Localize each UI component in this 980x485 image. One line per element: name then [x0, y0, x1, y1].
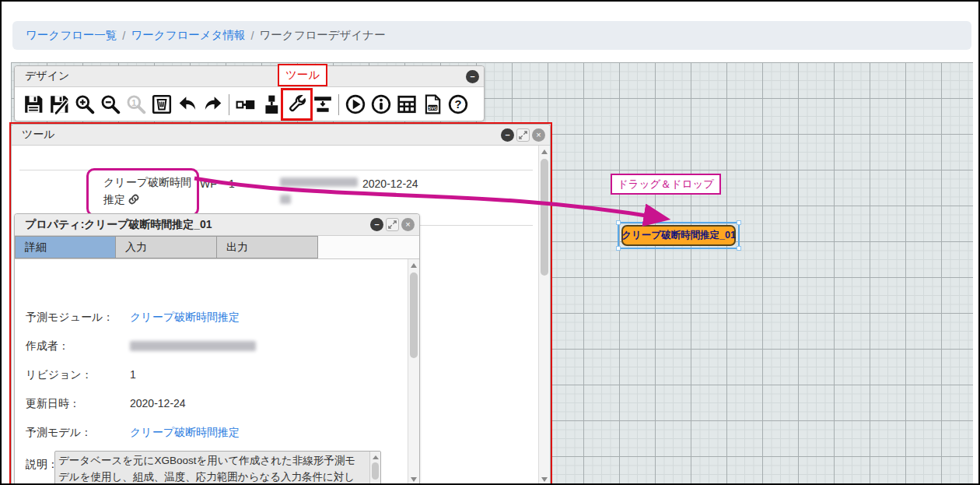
workflow-node[interactable]: クリープ破断時間推定_01	[621, 225, 736, 246]
property-field-row: 予測モジュール：クリープ破断時間推定	[15, 311, 388, 326]
save-as-icon[interactable]	[47, 93, 70, 116]
scroll-up-arrow[interactable]	[411, 263, 417, 268]
field-value-link[interactable]: クリープ破断時間推定	[130, 311, 240, 325]
field-label: 作成者：	[26, 339, 69, 353]
tool-panel-header: ツール – ×	[12, 125, 550, 146]
properties-panel-title: プロパティ:クリープ破断時間推定_01	[25, 218, 370, 232]
svg-text:?: ?	[454, 98, 461, 111]
description-label: 説明：	[26, 458, 58, 472]
redacted-author	[130, 341, 256, 351]
design-toolbar: 1SVG?	[15, 87, 484, 121]
clear-canvas-icon[interactable]	[150, 93, 173, 116]
field-label: 予測モジュール：	[26, 311, 114, 325]
field-value: 2020-12-24	[130, 397, 186, 409]
run-icon[interactable]	[344, 93, 366, 116]
properties-tabs: 詳細入力出力	[15, 236, 419, 259]
design-panel: デザイン – 1SVG?	[14, 65, 485, 121]
tools-icon[interactable]	[285, 93, 308, 116]
property-field-row: リビジョン：1	[15, 368, 388, 384]
toolbar-separator	[338, 94, 339, 115]
breadcrumb-separator: /	[250, 30, 254, 42]
design-panel-header: デザイン –	[15, 66, 484, 87]
info-icon[interactable]	[369, 93, 392, 116]
save-icon[interactable]	[22, 93, 44, 116]
tab-0[interactable]: 詳細	[15, 236, 116, 258]
auto-layout-icon[interactable]	[311, 93, 334, 116]
properties-scrollbar[interactable]	[408, 259, 419, 485]
breadcrumb: ワークフロー一覧/ワークフローメタ情報/ワークフローデザイナー	[12, 21, 971, 50]
redacted-author	[280, 195, 291, 204]
toolbar-separator	[229, 94, 229, 115]
properties-body: 予測モジュール：クリープ破断時間推定作成者：リビジョン：1更新日時：2020-1…	[15, 259, 419, 485]
breadcrumb-separator: /	[122, 30, 125, 42]
tool-panel-scrollbar[interactable]	[538, 146, 550, 485]
tool-panel-title: ツール	[22, 128, 501, 142]
scroll-down-arrow[interactable]	[411, 477, 417, 482]
description-textarea[interactable]: データベースを元にXGBoostを用いて作成された非線形予測モデルを使用し、組成…	[54, 451, 381, 485]
scroll-up-arrow[interactable]	[541, 149, 548, 154]
tool-callout-label: ツール	[278, 64, 327, 86]
field-label: 予測モデル：	[26, 426, 92, 440]
field-value: 1	[130, 368, 136, 381]
module-name-cell[interactable]: クリープ破断時間推定	[96, 170, 200, 208]
scroll-down-arrow[interactable]	[541, 477, 548, 482]
scroll-thumb[interactable]	[541, 159, 548, 276]
properties-panel: プロパティ:クリープ破断時間推定_01 – × 詳細入力出力 予測モジュール：ク…	[14, 213, 420, 485]
tab-2[interactable]: 出力	[217, 236, 318, 258]
selection-handle[interactable]	[737, 220, 741, 225]
add-node-icon[interactable]	[260, 93, 282, 116]
selection-handle[interactable]	[737, 246, 741, 251]
module-updated-cell: 2020-12-24	[362, 177, 418, 190]
property-field-row: 予測モデル：クリープ破断時間推定	[15, 426, 388, 441]
description-text: データベースを元にXGBoostを用いて作成された非線形予測モデルを使用し、組成…	[58, 455, 355, 485]
close-button[interactable]: ×	[401, 218, 415, 231]
description-scrollbar[interactable]	[369, 452, 380, 485]
design-panel-title: デザイン	[25, 69, 466, 83]
redacted-author	[130, 339, 256, 351]
minimize-button[interactable]: –	[466, 70, 479, 83]
module-revision-cell: 1	[229, 177, 235, 190]
maximize-button[interactable]	[386, 218, 399, 231]
scroll-thumb[interactable]	[410, 272, 418, 358]
redo-icon[interactable]	[201, 93, 224, 116]
module-type-cell: WF	[200, 177, 217, 190]
selection-handle[interactable]	[616, 220, 621, 225]
zoom-in-icon[interactable]	[73, 93, 96, 116]
help-icon[interactable]: ?	[446, 93, 469, 116]
result-table-icon[interactable]	[395, 93, 418, 116]
module-name: クリープ破断時間推定	[103, 176, 191, 206]
zoom-reset-icon: 1	[124, 93, 147, 116]
breadcrumb-item-1[interactable]: ワークフローメタ情報	[131, 28, 245, 43]
redacted-author	[280, 177, 358, 187]
zoom-out-icon[interactable]	[99, 93, 121, 116]
scroll-thumb[interactable]	[372, 462, 379, 480]
close-button[interactable]: ×	[532, 128, 545, 142]
property-field-row: 更新日時：2020-12-24	[15, 397, 388, 413]
undo-icon[interactable]	[176, 93, 198, 116]
breadcrumb-item-0[interactable]: ワークフロー一覧	[26, 28, 117, 43]
workflow-designer-screen: ワークフロー一覧/ワークフローメタ情報/ワークフローデザイナー クリープ破断時間…	[0, 0, 980, 485]
selection-handle[interactable]	[616, 246, 621, 251]
tab-1[interactable]: 入力	[116, 236, 217, 258]
drag-drop-callout-label: ドラッグ＆ドロップ	[611, 174, 721, 195]
field-label: 更新日時：	[26, 397, 80, 411]
svg-text:1: 1	[131, 98, 136, 107]
field-value-link[interactable]: クリープ破断時間推定	[130, 426, 240, 440]
minimize-button[interactable]: –	[370, 218, 383, 231]
properties-panel-header: プロパティ:クリープ破断時間推定_01 – ×	[15, 214, 419, 236]
export-svg-icon[interactable]: SVG	[421, 93, 443, 116]
minimize-button[interactable]: –	[501, 128, 514, 142]
expand-icon	[519, 131, 527, 139]
maximize-button[interactable]	[516, 128, 530, 142]
breadcrumb-item-2: ワークフローデザイナー	[259, 28, 385, 43]
scroll-up-arrow[interactable]	[373, 455, 379, 459]
module-author-cell	[280, 177, 358, 204]
field-label: リビジョン：	[26, 368, 93, 382]
expand-icon	[388, 220, 397, 229]
link-icon[interactable]	[128, 194, 139, 205]
svg-text:SVG: SVG	[428, 106, 436, 111]
connect-nodes-icon[interactable]	[234, 93, 257, 116]
property-field-row: 作成者：	[15, 339, 388, 355]
